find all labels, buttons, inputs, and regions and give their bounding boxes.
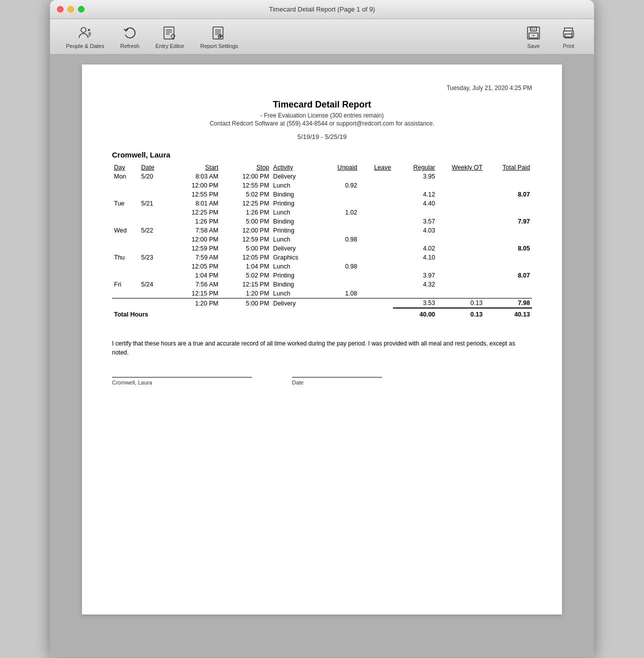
cell-unpaid (322, 172, 360, 181)
cell-day (112, 190, 139, 199)
cell-unpaid (322, 280, 360, 289)
cell-regular: 4.32 (393, 280, 437, 289)
save-label: Save (527, 43, 540, 49)
table-row: 12:55 PM 5:02 PM Binding 4.12 8.07 (112, 190, 532, 199)
header-stop: Stop (220, 163, 272, 172)
cell-leave (359, 235, 393, 244)
minimize-button[interactable] (68, 6, 74, 12)
cell-day (112, 271, 139, 280)
save-button[interactable]: PDF Save (516, 22, 551, 51)
app-window: Timecard Detail Report (Page 1 of 9) Peo… (50, 0, 594, 658)
cell-activity: Binding (271, 190, 322, 199)
cell-activity: Lunch (271, 235, 322, 244)
cell-regular (393, 181, 437, 190)
refresh-button[interactable]: Refresh (112, 22, 148, 51)
cell-date: 5/20 (139, 172, 170, 181)
close-button[interactable] (57, 6, 64, 12)
traffic-lights (57, 6, 84, 12)
cell-unpaid: 1.08 (322, 289, 360, 298)
cell-activity: Printing (271, 199, 322, 208)
cell-stop: 5:00 PM (220, 298, 272, 308)
cell-weekly-ot (437, 271, 484, 280)
svg-point-0 (81, 28, 86, 32)
cell-activity: Lunch (271, 181, 322, 190)
report-settings-icon (210, 24, 228, 42)
cell-date: 5/24 (139, 280, 170, 289)
signature-name-block: Cromwell, Laura (112, 377, 252, 386)
cell-date (139, 262, 170, 271)
cell-stop: 12:05 PM (220, 253, 272, 262)
cell-unpaid (322, 217, 360, 226)
cell-day (112, 244, 139, 253)
cell-leave (359, 172, 393, 181)
svg-text:PDF: PDF (530, 28, 536, 30)
cell-activity: Graphics (271, 253, 322, 262)
cell-unpaid (322, 190, 360, 199)
cell-unpaid (322, 253, 360, 262)
report-settings-button[interactable]: Report Settings (192, 22, 246, 51)
total-weekly-ot: 0.13 (437, 308, 484, 319)
total-row: Total Hours 40.00 0.13 40.13 (112, 308, 532, 319)
signature-date-block: Date (292, 377, 382, 386)
cell-stop: 12:59 PM (220, 235, 272, 244)
cell-start: 8:03 AM (170, 172, 220, 181)
cell-total-paid (484, 253, 532, 262)
cell-unpaid (322, 271, 360, 280)
cell-total-paid (484, 262, 532, 271)
refresh-icon (121, 24, 139, 42)
cell-total-paid (484, 208, 532, 217)
cell-weekly-ot (437, 190, 484, 199)
cell-activity: Delivery (271, 298, 322, 308)
cell-day (112, 289, 139, 298)
cell-start: 12:00 PM (170, 181, 220, 190)
table-row: 12:05 PM 1:04 PM Lunch 0.98 (112, 262, 532, 271)
cell-total-paid: 7.97 (484, 217, 532, 226)
cell-day (112, 181, 139, 190)
entry-editor-button[interactable]: Entry Editor (148, 22, 192, 51)
signature-date-line (292, 377, 382, 378)
cell-total-paid (484, 199, 532, 208)
cell-total-paid (484, 226, 532, 235)
entry-editor-icon (161, 24, 179, 42)
header-total-paid: Total Paid (484, 163, 532, 172)
cell-weekly-ot (437, 244, 484, 253)
cell-day (112, 208, 139, 217)
cell-date: 5/22 (139, 226, 170, 235)
total-total-paid: 40.13 (484, 308, 532, 319)
cell-start: 8:01 AM (170, 199, 220, 208)
cell-total-paid (484, 181, 532, 190)
cell-weekly-ot (437, 208, 484, 217)
report-page: Tuesday, July 21, 2020 4:25 PM Timecard … (82, 64, 562, 614)
cell-weekly-ot (437, 289, 484, 298)
cell-day (112, 235, 139, 244)
cell-weekly-ot (437, 199, 484, 208)
cell-date (139, 289, 170, 298)
cell-activity: Binding (271, 217, 322, 226)
table-row: 1:26 PM 5:00 PM Binding 3.57 7.97 (112, 217, 532, 226)
svg-rect-4 (164, 27, 174, 39)
table-row: 12:59 PM 5:00 PM Delivery 4.02 8.05 (112, 244, 532, 253)
report-settings-label: Report Settings (200, 43, 238, 49)
cell-day: Mon (112, 172, 139, 181)
people-dates-button[interactable]: People & Dates (58, 22, 112, 51)
cell-unpaid: 0.98 (322, 235, 360, 244)
print-button[interactable]: Print (551, 22, 586, 51)
content-area[interactable]: Tuesday, July 21, 2020 4:25 PM Timecard … (50, 54, 594, 658)
cell-start: 12:55 PM (170, 190, 220, 199)
cell-regular (393, 235, 437, 244)
cell-total-paid (484, 289, 532, 298)
cell-activity: Delivery (271, 172, 322, 181)
table-row: 1:20 PM 5:00 PM Delivery 3.53 0.13 7.98 (112, 298, 532, 308)
cell-day: Fri (112, 280, 139, 289)
cell-start: 7:59 AM (170, 253, 220, 262)
cell-stop: 12:15 PM (220, 280, 272, 289)
maximize-button[interactable] (78, 6, 84, 12)
cell-total-paid: 8.07 (484, 271, 532, 280)
cell-date (139, 244, 170, 253)
table-row: Mon 5/20 8:03 AM 12:00 PM Delivery 3.95 (112, 172, 532, 181)
cell-leave (359, 208, 393, 217)
header-leave: Leave (359, 163, 393, 172)
employee-name: Cromwell, Laura (112, 150, 532, 159)
cell-stop: 1:20 PM (220, 289, 272, 298)
cell-weekly-ot (437, 181, 484, 190)
